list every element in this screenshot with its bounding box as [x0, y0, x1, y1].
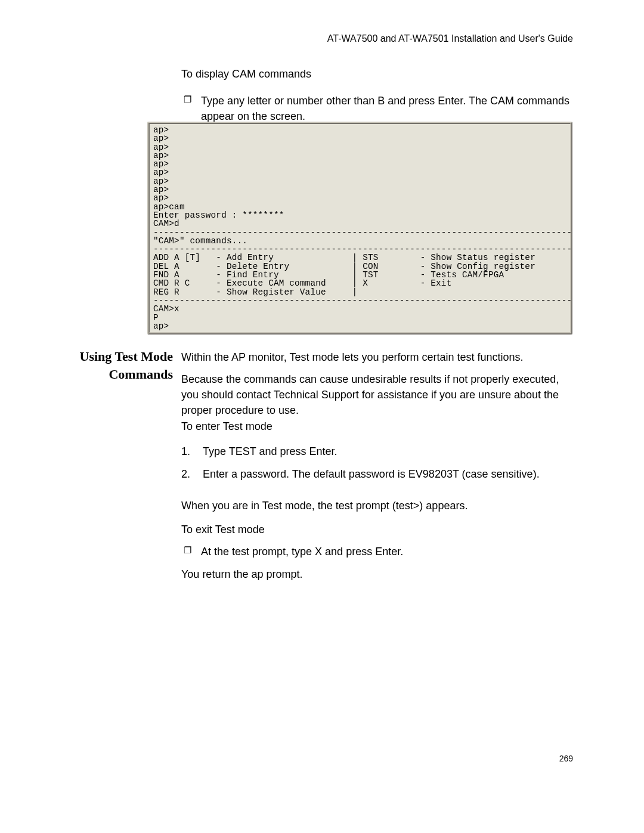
subheading-exit-test-mode: To exit Test mode	[181, 522, 573, 537]
section-heading-test-mode: Using Test Mode Commands	[67, 348, 173, 383]
terminal-output: ap> ap> ap> ap> ap> ap> ap> ap> ap> ap>c…	[147, 122, 572, 335]
bullet-list-item: ❐ At the test prompt, type X and press E…	[184, 544, 573, 559]
subheading-enter-test-mode: To enter Test mode	[181, 419, 573, 434]
list-item-number: 2.	[181, 466, 193, 482]
paragraph: When you are in Test mode, the test prom…	[181, 498, 573, 513]
bullet-text: At the test prompt, type X and press Ent…	[201, 544, 403, 559]
list-item: 1. Type TEST and press Enter.	[181, 444, 573, 459]
bullet-text: Type any letter or number other than B a…	[201, 93, 573, 124]
paragraph: You return the ap prompt.	[181, 566, 573, 582]
box-bullet-icon: ❐	[184, 544, 191, 559]
paragraph: Because the commands can cause undesirab…	[181, 371, 573, 418]
list-item-text: Enter a password. The default password i…	[203, 466, 540, 482]
bullet-list-item: ❐ Type any letter or number other than B…	[184, 93, 573, 124]
page-number: 269	[559, 754, 573, 763]
list-item-number: 1.	[181, 444, 193, 459]
box-bullet-icon: ❐	[184, 93, 191, 124]
paragraph: Within the AP monitor, Test mode lets yo…	[181, 349, 573, 365]
page-header-title: AT-WA7500 and AT-WA7501 Installation and…	[327, 33, 573, 44]
list-item: 2. Enter a password. The default passwor…	[181, 466, 573, 482]
list-item-text: Type TEST and press Enter.	[203, 444, 337, 459]
section-heading-display-cam: To display CAM commands	[181, 68, 311, 80]
ordered-list: 1. Type TEST and press Enter. 2. Enter a…	[181, 444, 573, 489]
